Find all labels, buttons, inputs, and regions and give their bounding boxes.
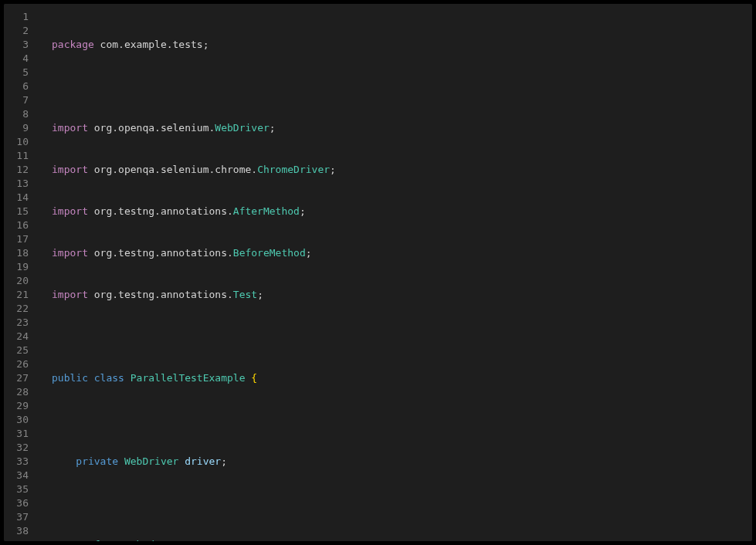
- line-number: 37: [4, 510, 29, 524]
- line-number: 15: [4, 205, 29, 218]
- code-line: [42, 330, 752, 344]
- line-number: 34: [4, 469, 29, 482]
- line-number: 31: [4, 427, 29, 441]
- line-number-gutter: 1234567891011121314151617181920212223242…: [4, 4, 42, 541]
- line-number: 22: [4, 302, 29, 316]
- line-number: 7: [4, 93, 29, 107]
- line-number: 13: [4, 177, 29, 191]
- code-line: import org.testng.annotations.BeforeMeth…: [42, 246, 752, 260]
- code-content[interactable]: package com.example.tests; import org.op…: [42, 4, 752, 541]
- line-number: 28: [4, 385, 29, 399]
- line-number: 19: [4, 260, 29, 274]
- code-line: [42, 413, 752, 427]
- line-number: 33: [4, 455, 29, 469]
- line-number: 29: [4, 399, 29, 413]
- line-number: 18: [4, 246, 29, 260]
- line-number: 21: [4, 288, 29, 302]
- line-number: 24: [4, 330, 29, 344]
- code-line: import org.openqa.selenium.WebDriver;: [42, 121, 752, 135]
- line-number: 35: [4, 482, 29, 496]
- line-number: 25: [4, 344, 29, 357]
- code-line: private WebDriver driver;: [42, 455, 752, 469]
- line-number: 11: [4, 149, 29, 163]
- line-number: 20: [4, 274, 29, 288]
- line-number: 32: [4, 441, 29, 455]
- line-number: 6: [4, 80, 29, 93]
- line-number: 9: [4, 121, 29, 135]
- line-number: 17: [4, 232, 29, 246]
- line-number: 30: [4, 413, 29, 427]
- line-number: 1: [4, 10, 29, 24]
- line-number: 2: [4, 24, 29, 38]
- line-number: 4: [4, 52, 29, 66]
- code-line: public class ParallelTestExample {: [42, 371, 752, 385]
- line-number: 8: [4, 107, 29, 121]
- code-editor: 1234567891011121314151617181920212223242…: [4, 4, 752, 541]
- code-line: import org.testng.annotations.AfterMetho…: [42, 205, 752, 218]
- line-number: 27: [4, 371, 29, 385]
- line-number: 14: [4, 191, 29, 205]
- code-line: [42, 80, 752, 93]
- code-line: @BeforeMethod: [42, 538, 752, 541]
- line-number: 5: [4, 66, 29, 80]
- code-line: import org.testng.annotations.Test;: [42, 288, 752, 302]
- code-line: package com.example.tests;: [42, 38, 752, 52]
- line-number: 23: [4, 316, 29, 330]
- line-number: 36: [4, 496, 29, 510]
- line-number: 12: [4, 163, 29, 177]
- code-line: import org.openqa.selenium.chrome.Chrome…: [42, 163, 752, 177]
- line-number: 16: [4, 218, 29, 232]
- line-number: 38: [4, 524, 29, 538]
- line-number: 3: [4, 38, 29, 52]
- line-number: 10: [4, 135, 29, 149]
- line-number: 26: [4, 357, 29, 371]
- code-line: [42, 496, 752, 510]
